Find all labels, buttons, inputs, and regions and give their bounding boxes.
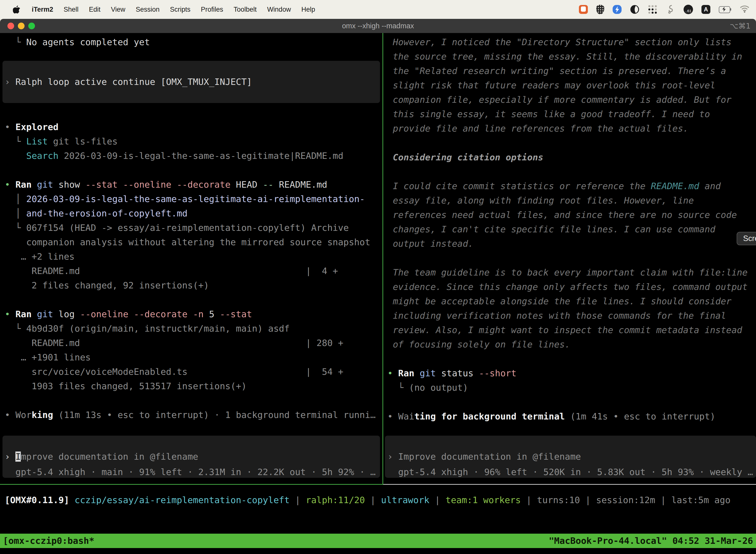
hook-icon[interactable] (666, 5, 675, 14)
terminal-line: The team guideline is to back every impo… (387, 265, 756, 280)
terminal-line: gpt-5.4 xhigh · main · 91% left · 2.31M … (5, 465, 382, 479)
terminal-line: Considering citation options (387, 150, 756, 165)
terminal-line: src/voice/voiceModeEnabled.ts | 54 + (5, 365, 382, 379)
terminal-line: of focusing solely on file lines. (387, 337, 756, 352)
terminal-line: output instead. (387, 236, 756, 251)
terminal-line: README.md | 280 + (5, 336, 382, 350)
menu-items: iTerm2 Shell Edit View Session Scripts P… (13, 5, 315, 14)
terminal-line: … +2 lines (5, 250, 382, 264)
apple-menu-icon[interactable] (13, 5, 20, 14)
terminal-line: essay file, along with finding root file… (387, 193, 756, 208)
terminal-line: 1903 files changed, 513517 insertions(+) (5, 379, 382, 393)
ralph-loop-banner: › Ralph loop active continue [OMX_TMUX_I… (2, 61, 380, 103)
macos-menu-bar: iTerm2 Shell Edit View Session Scripts P… (0, 0, 756, 19)
menu-item-iterm2[interactable]: iTerm2 (32, 6, 53, 13)
window-title: omx --xhigh --madmax (0, 19, 756, 33)
screenshot-chat-icon[interactable] (579, 5, 588, 14)
shield-grid-icon[interactable] (596, 5, 604, 14)
terminal-line (5, 293, 382, 307)
terminal-line (387, 395, 756, 409)
terminal-text-block: └ No agents completed yet (0, 35, 382, 49)
inactive-pane-bottom-border (383, 484, 756, 485)
terminal-line: └ 4b9d30f (origin/main, instructkr/main,… (5, 321, 382, 336)
terminal-text-block: gpt-5.4 xhigh · main · 91% left · 2.31M … (0, 465, 382, 479)
terminal-line: slight risk that future readers may over… (387, 78, 756, 93)
menu-item-view[interactable]: View (111, 6, 125, 13)
terminal-line (5, 393, 382, 408)
terminal-line: this single essay, it seems like a good … (387, 107, 756, 121)
terminal-line: README.md | 4 + (5, 264, 382, 278)
terminal-line: • Waiting for background terminal (1m 41… (387, 409, 756, 424)
terminal-line (5, 163, 382, 177)
terminal-line (387, 251, 756, 265)
terminal-line: Search 2026-03-09-is-legal-the-same-as-l… (5, 149, 382, 163)
omx-status-line: [OMX#0.11.9] cczip/essay/ai-reimplementa… (5, 493, 731, 507)
menu-item-profiles[interactable]: Profiles (201, 6, 223, 13)
window-title-bar: omx --xhigh --madmax ⌥⌘1 (0, 19, 756, 33)
terminal-line: companion file, especially if more comme… (387, 93, 756, 107)
terminal-line: However, I noticed the "Directory Struct… (387, 35, 756, 49)
dots-grid-icon[interactable] (648, 5, 657, 14)
terminal-line (387, 352, 756, 366)
active-pane-bottom-border (0, 484, 382, 485)
menu-item-toolbelt[interactable]: Toolbelt (234, 6, 257, 13)
terminal-line: provide file and line references from th… (387, 121, 756, 136)
menu-item-session[interactable]: Session (136, 6, 160, 13)
terminal-line: references need actual files, and since … (387, 208, 756, 222)
terminal-line: I could cite commit statistics or refere… (387, 179, 756, 193)
terminal-line: • Ran git log --oneline --decorate -n 5 … (5, 307, 382, 321)
terminal-area: └ No agents completed yet› Ralph loop ac… (0, 33, 756, 484)
terminal-line: gpt-5.4 xhigh · 96% left · 520K in · 5.8… (387, 465, 756, 479)
right-agent-pane[interactable]: However, I noticed the "Directory Struct… (385, 33, 756, 484)
terminal-line: review. Also, I might want to inspect th… (387, 323, 756, 337)
terminal-line: │ 2026-03-09-is-legal-the-same-as-legiti… (5, 192, 382, 206)
terminal-line: › Improve documentation in @filename (387, 449, 581, 464)
terminal-line: changes, I can't cite specific file line… (387, 222, 756, 236)
terminal-line: └ (no output) (387, 381, 756, 395)
terminal-line: └ 067f154 (HEAD -> essay/ai-reimplementa… (5, 221, 382, 235)
terminal-line: 2 files changed, 92 insertions(+) (5, 278, 382, 293)
terminal-line: the source tree, missing the essay. Stil… (387, 49, 756, 64)
terminal-line (387, 136, 756, 150)
terminal-line: the "Related research writing" section i… (387, 64, 756, 78)
terminal-line: › Ralph loop active continue [OMX_TMUX_I… (5, 75, 252, 89)
terminal-line: including verification notes with those … (387, 309, 756, 323)
terminal-line (387, 165, 756, 179)
terminal-line: └ List git ls-files (5, 134, 382, 149)
input-source-icon[interactable]: A (701, 5, 710, 14)
terminal-text-block: • Explored └ List git ls-files Search 20… (0, 120, 382, 422)
blue-bolt-icon[interactable] (613, 5, 622, 14)
terminal-line: • Working (11m 13s • esc to interrupt) ·… (5, 408, 382, 422)
terminal-line: • Ran git status --short (387, 366, 756, 381)
tmux-host-clock: "MacBook-Pro-44.local" 04:52 31-Mar-26 (549, 534, 753, 548)
window-shortcut-hint: ⌥⌘1 (730, 19, 751, 33)
terminal-line: • Ran git show --stat --oneline --decora… (5, 177, 382, 192)
terminal-line: … +1901 lines (5, 350, 382, 365)
tmux-session-window: [omx-cczip0:bash* (3, 534, 94, 548)
terminal-line: • Explored (5, 120, 382, 134)
left-agent-pane[interactable]: └ No agents completed yet› Ralph loop ac… (0, 33, 382, 484)
terminal-line: might be acceptable alongside the file l… (387, 294, 756, 309)
pane-divider[interactable] (382, 33, 383, 485)
proxy-badge-icon[interactable]: ..61 (684, 5, 693, 14)
menu-status-icons: ..61 A (579, 5, 749, 14)
terminal-line: companion analysis without altering the … (5, 235, 382, 250)
menu-item-shell[interactable]: Shell (64, 6, 79, 13)
tmux-status-bar: [omx-cczip0:bash* "MacBook-Pro-44.local"… (0, 534, 756, 548)
menu-item-scripts[interactable]: Scripts (170, 6, 190, 13)
terminal-line: │ and-the-erosion-of-copyleft.md (5, 206, 382, 221)
menu-item-window[interactable]: Window (267, 6, 291, 13)
terminal-text-block: However, I noticed the "Directory Struct… (385, 35, 756, 424)
wifi-icon[interactable] (740, 5, 749, 14)
menu-item-edit[interactable]: Edit (89, 6, 101, 13)
terminal-line: › Improve documentation in @filename (5, 449, 198, 464)
battery-icon[interactable] (719, 6, 731, 13)
menu-item-help[interactable]: Help (301, 6, 315, 13)
terminal-text-block: gpt-5.4 xhigh · 96% left · 520K in · 5.8… (385, 465, 756, 479)
terminal-line: └ No agents completed yet (5, 35, 382, 49)
terminal-line: evidence. Since this change only affects… (387, 280, 756, 294)
pie-crescent-icon[interactable] (630, 5, 639, 14)
screen-overlay-badge[interactable]: Scre (737, 232, 756, 245)
